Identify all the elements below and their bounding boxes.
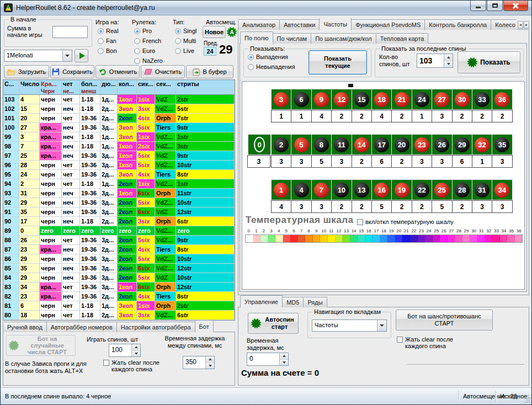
combo-dropdown-icon[interactable] — [62, 50, 72, 61]
column-header[interactable]: бол... — [80, 80, 100, 88]
column-header[interactable]: Число — [19, 80, 40, 88]
column-header[interactable]: дю... — [100, 80, 118, 88]
table-row[interactable]: 9628чернчет19-363д...1кол5sixVdZ...10str — [3, 161, 235, 170]
spin-down-icon[interactable] — [280, 360, 288, 366]
table-row[interactable]: 8429черннеч19-363д...2кол5sixVdZ10str — [3, 273, 235, 283]
radio-singl[interactable]: Singl — [175, 28, 196, 34]
spin-up-icon[interactable] — [206, 356, 214, 363]
last-spins-value[interactable]: 103 — [417, 54, 444, 67]
autospin-start-button[interactable]: Автоспин старт — [248, 313, 299, 334]
tab-scroll-left-icon[interactable]: ◄ — [518, 21, 523, 29]
table-row[interactable]: 993кра...неч1-181д...Зкол1sixVdZ...1str — [3, 132, 235, 142]
table-row[interactable]: 9331черннеч19-363д...1кол6sixOrph11str — [3, 189, 235, 198]
tab-autograbber-settings[interactable]: Настройки автограббера — [116, 322, 195, 332]
table-row[interactable]: 9725кра...неч19-363д...1кол5sixVdZ9str — [3, 151, 235, 161]
radio-euro[interactable]: Euro — [134, 47, 155, 54]
minimize-button[interactable] — [470, 1, 486, 11]
clear-after-spin-checkbox-right[interactable]: Жать clear после каждого спина — [397, 336, 469, 349]
spins-count-value[interactable]: 100 — [109, 344, 131, 356]
column-header[interactable]: сек... — [155, 80, 176, 88]
radio-bon[interactable]: Bon — [98, 47, 117, 54]
start-sum-input[interactable] — [52, 26, 88, 38]
spin-up-icon[interactable] — [444, 54, 453, 61]
subtab-heatmap[interactable]: Тепловая карта — [376, 33, 429, 44]
subtab-by-chances[interactable]: По шансам/дюж/кол — [311, 33, 376, 44]
column-header[interactable]: чет — [62, 80, 80, 88]
clear-after-spin-checkbox[interactable]: Жать clear после каждого спина — [103, 359, 175, 372]
spin-up-icon[interactable] — [280, 353, 288, 360]
column-header[interactable]: Кра... — [40, 80, 62, 88]
spins-count-stepper[interactable]: 100 — [109, 344, 141, 357]
table-row[interactable]: 10027кра...неч19-363д...Зкол5sixTiers9st… — [3, 123, 235, 132]
tab-psevdoms[interactable]: Функционал PsevdoMS — [351, 19, 425, 30]
radio-misses[interactable]: Невыпадения — [248, 63, 295, 70]
spin-down-icon[interactable] — [132, 351, 140, 357]
tab-analyzer[interactable]: Анализатор — [238, 19, 280, 30]
table-row[interactable]: 942чернчет1-181д...2кол1sixVdZ...1str — [3, 179, 235, 189]
radio-multi[interactable]: Multi — [175, 38, 196, 44]
undo-button[interactable]: Отменить — [95, 65, 140, 78]
subtab-by-field[interactable]: По полю — [240, 31, 273, 44]
table-row[interactable]: 10120чернчет19-362д...2кол4sixOrph7str — [3, 114, 235, 123]
radio-pro[interactable]: Pro — [134, 28, 152, 34]
table-row[interactable]: 9229черннеч19-363д...2кол5sixVdZ...10str — [3, 198, 235, 207]
tab-autograbber[interactable]: Автограббер номеров — [46, 322, 117, 332]
table-row[interactable]: 8334кра...чет19-363д...1кол6sixOrph12str — [3, 283, 235, 292]
column-header[interactable]: сик... — [137, 80, 155, 88]
tab-bankroll-control[interactable]: Контроль банкролла — [424, 19, 491, 30]
subtab-by-numbers[interactable]: По числам — [273, 33, 312, 44]
load-button[interactable]: Загрузить — [4, 65, 49, 78]
chance-bot-start-button[interactable]: Бот на шанс/противошанс СТАРТ — [396, 310, 493, 331]
tab-wheel[interactable]: Колесо — [491, 19, 517, 30]
tab-scroll-right-icon[interactable]: ► — [524, 21, 529, 29]
temperature-scale-checkbox[interactable]: вкл/откл температурную шкалу — [357, 219, 454, 225]
spin-up-icon[interactable] — [132, 344, 140, 351]
close-button[interactable] — [503, 1, 528, 11]
spin-delay-value[interactable]: 350 — [183, 356, 205, 369]
spin-down-icon[interactable] — [444, 61, 453, 68]
show-button[interactable]: Показать — [457, 51, 520, 73]
radio-live[interactable]: Live — [175, 47, 194, 54]
radio-nazero[interactable]: NaZero — [134, 57, 163, 64]
tab-bot[interactable]: Бот — [195, 320, 214, 332]
maximize-button[interactable] — [487, 1, 503, 11]
table-row[interactable]: 8723кра...неч19-362д...2кол4sixTiers8str — [3, 245, 235, 254]
table-row[interactable]: 8629черннеч19-363д...2кол5sixVdZ...10str — [3, 254, 235, 264]
radio-hits[interactable]: Выпадения — [248, 54, 288, 60]
copy-to-buffer-button[interactable]: В буфер — [186, 65, 233, 78]
table-row[interactable]: 8826чернчет19-363д...2кол5sixVdZ...9str — [3, 236, 235, 245]
tab-manual-input[interactable]: Ручной ввод — [3, 322, 47, 332]
spin-down-icon[interactable] — [206, 363, 214, 369]
clear-button[interactable]: Очистить — [141, 65, 185, 78]
last-spins-stepper[interactable]: 103 — [417, 54, 453, 68]
tab-control[interactable]: Управление — [240, 295, 283, 307]
new-button[interactable]: Новое — [203, 26, 226, 38]
tab-md5[interactable]: MD5 — [282, 297, 304, 307]
tab-autobets[interactable]: Автоставки — [279, 19, 320, 30]
preset-combo[interactable]: 1Melonati — [4, 50, 72, 62]
table-row[interactable]: 9524чернчет19-362д...Зкол4sixTiers8str — [3, 170, 235, 179]
titlebar[interactable]: HelperRoullet 8.62 - create helperroulle… — [1, 1, 531, 15]
play-button[interactable] — [75, 49, 88, 62]
radio-french[interactable]: French — [134, 38, 161, 44]
table-row[interactable]: 816чернчет1-181д...Зкол1sixOrph2str — [3, 301, 235, 311]
column-header[interactable]: стриты — [176, 80, 235, 88]
show-current-button[interactable]: Показать текущие — [308, 50, 367, 74]
control-delay-value[interactable]: 0 — [247, 353, 279, 365]
radio-real[interactable]: Real — [98, 28, 119, 34]
combo-dropdown-icon[interactable] — [377, 320, 386, 331]
table-row[interactable]: 987кра...неч1-181д...1кол2sixVdZ...3str — [3, 142, 235, 151]
table-row[interactable]: 9017черннеч1-182д...2кол3sixOrph6str — [3, 217, 235, 226]
table-row[interactable]: 9135черннеч19-363д...2кол6sixVdZ12str — [3, 207, 235, 217]
control-delay-stepper[interactable]: 0 — [247, 353, 289, 366]
table-row[interactable]: 8018чернчет1-182д...Зкол3sixVdZ...6str — [3, 311, 235, 320]
column-header[interactable]: С... — [3, 80, 19, 88]
save-button[interactable]: Сохранить — [50, 65, 94, 78]
table-row[interactable]: 8535черннеч19-363д...2кол6sixVdZ...12str — [3, 264, 235, 273]
table-row[interactable]: 890zerozerozerozerozerozeroVdZ...zero — [3, 226, 235, 236]
resize-grip[interactable] — [523, 396, 530, 403]
tab-navigation-select[interactable]: Частоты — [312, 319, 387, 332]
table-row[interactable]: 8223кра...неч19-362д...2кол4sixTiers8str — [3, 292, 235, 301]
spin-delay-stepper[interactable]: 350 — [183, 356, 215, 369]
spin-log-table[interactable]: С...ЧислоКра...четбол...дю...кол...сик..… — [3, 79, 235, 321]
